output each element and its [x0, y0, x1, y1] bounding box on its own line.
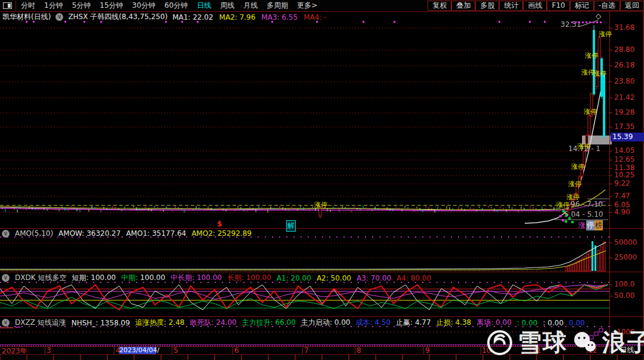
- amo-axis-label: 50000: [614, 238, 637, 247]
- signal-dot: [571, 21, 573, 23]
- toolbar-button-标记[interactable]: 标记: [570, 1, 594, 11]
- bottom-toolbar-cell[interactable]: [376, 354, 402, 360]
- signal-dot: [529, 21, 531, 23]
- menu-item-5分钟[interactable]: 5分钟: [72, 1, 91, 11]
- menu-item-周线[interactable]: 周线: [220, 1, 234, 11]
- collapse-icon[interactable]: ∨: [2, 274, 10, 282]
- menu-bar: 分时1分钟5分钟15分钟30分钟60分钟日线周线月线多周期更多> 复权叠加多股统…: [0, 0, 644, 12]
- signal-marker-money: $: [217, 220, 222, 228]
- bottom-toolbar-cell[interactable]: [107, 354, 134, 360]
- menu-item-60分钟[interactable]: 60分钟: [165, 1, 188, 11]
- signal-dot: [499, 21, 500, 23]
- indicator-value: DXZZ 短线追涨: [15, 318, 66, 328]
- signal-dot: [100, 21, 102, 23]
- toolbar-button--自选[interactable]: -自选: [594, 1, 620, 11]
- bottom-toolbar-cell[interactable]: [27, 354, 54, 360]
- menu-item-日线[interactable]: 日线: [197, 1, 211, 11]
- window-icon[interactable]: [3, 2, 12, 9]
- limit-up-label: 涨停: [581, 68, 595, 77]
- collapse-icon[interactable]: ∨: [2, 319, 10, 327]
- bottom-toolbar-cell[interactable]: [429, 354, 456, 360]
- indicator-value: 长期: 100.00: [227, 273, 271, 283]
- price-axis-label: 12.65: [614, 155, 634, 164]
- indicator-value: 中期: 100.00: [121, 273, 165, 283]
- indicator-value: AMO1: 35177.64: [126, 229, 186, 238]
- toolbar-button-返回[interactable]: 返回: [620, 1, 644, 11]
- month-label[interactable]: 8: [357, 346, 361, 355]
- badge-char: 涨: [578, 220, 586, 230]
- bottom-toolbar-cell[interactable]: [161, 354, 188, 360]
- signal-dot: [582, 21, 584, 23]
- toolbar-button-多股[interactable]: 多股: [475, 1, 499, 11]
- signal-dot: [600, 21, 602, 23]
- bottom-toolbar-cell[interactable]: [80, 354, 107, 360]
- indicator-value: AMOW: 36320.27: [58, 229, 120, 238]
- axis-separator: [233, 347, 233, 354]
- menu-item-月线[interactable]: 月线: [243, 1, 258, 11]
- limit-up-label: 涨停: [571, 162, 584, 171]
- month-label[interactable]: 7: [304, 346, 309, 355]
- indicator-value: AMO2: 25292.89: [191, 229, 252, 238]
- toolbar-button-统计[interactable]: 统计: [499, 1, 523, 11]
- menu-item-15分钟[interactable]: 15分钟: [100, 1, 123, 11]
- month-label[interactable]: 6: [234, 346, 239, 355]
- wechat-icon: [572, 331, 597, 355]
- period-menu: 分时1分钟5分钟15分钟30分钟60分钟日线周线月线多周期更多>: [16, 1, 317, 11]
- bottom-toolbar-cell[interactable]: [268, 354, 295, 360]
- ma-values: MA1: 22.02MA2: 7.96MA3: 6.55MA4: -: [172, 13, 326, 21]
- axis-separator: [481, 347, 481, 354]
- signal-dot: [575, 21, 577, 23]
- bottom-toolbar-cell[interactable]: [295, 354, 322, 360]
- month-label[interactable]: 3: [47, 346, 51, 355]
- menu-item-30分钟[interactable]: 30分钟: [132, 1, 156, 11]
- menu-item-更多>[interactable]: 更多>: [297, 1, 317, 11]
- toolbar-button-F10[interactable]: F10: [547, 1, 569, 11]
- menu-item-1分钟[interactable]: 1分钟: [44, 1, 63, 11]
- limit-up-board-badge[interactable]: 涨停榜: [578, 220, 603, 230]
- bottom-toolbar-cell[interactable]: [456, 354, 483, 360]
- diamond-icon: ◇: [596, 12, 601, 20]
- bottom-toolbar-cell[interactable]: [402, 354, 429, 360]
- amo-axis-label: 25000: [614, 253, 637, 261]
- signal-dot: [26, 21, 27, 23]
- amo-header: ∨AMO(5,10)AMOW: 36320.27AMO1: 35177.64AM…: [2, 229, 252, 238]
- price-axis-label: 9.22: [614, 179, 630, 187]
- toolbar-button-画线[interactable]: 画线: [523, 1, 547, 11]
- indicator-value: DXDK 短线多空: [15, 273, 66, 283]
- chevron-down-icon[interactable]: ∨: [55, 13, 63, 21]
- bottom-toolbar-cell[interactable]: [134, 354, 161, 360]
- indicator-value: AMO(5,10): [15, 229, 53, 238]
- toolbar-button-叠加[interactable]: 叠加: [451, 1, 475, 11]
- ma-value: MA3: 6.55: [261, 13, 298, 21]
- ma-value: MA4: -: [304, 13, 326, 21]
- month-label[interactable]: 4: [116, 346, 120, 355]
- dxdk-axis-label: 100.0: [614, 280, 634, 288]
- signal-dot: [64, 21, 66, 23]
- bottom-toolbar-cell[interactable]: [215, 354, 242, 360]
- signal-dot: [83, 21, 85, 23]
- toolbar-button-复权[interactable]: 复权: [428, 1, 451, 11]
- menu-item-多周期[interactable]: 多周期: [267, 1, 288, 11]
- bottom-toolbar-cell[interactable]: [188, 354, 215, 360]
- indicator-value: NHSH_: 1358.09: [72, 319, 130, 327]
- month-label[interactable]: 9: [425, 346, 430, 355]
- price-axis-label: 7.47: [614, 192, 630, 200]
- indicator-value: A4: 80.00: [397, 274, 431, 282]
- bottom-toolbar-cell[interactable]: [322, 354, 349, 360]
- limit-up-label: 涨停: [314, 201, 327, 210]
- bottom-toolbar-cell[interactable]: [242, 354, 268, 360]
- tdx-window: 分时1分钟5分钟15分钟30分钟60分钟日线周线月线多周期更多> 复权叠加多股统…: [0, 0, 644, 360]
- month-label[interactable]: 5: [174, 346, 178, 355]
- limit-up-label: 涨停: [599, 30, 612, 39]
- indicator-value: 止损: 4.38: [436, 318, 472, 328]
- signal-dot: [181, 21, 183, 23]
- collapse-icon[interactable]: ∨: [2, 230, 10, 238]
- chart-canvas: [0, 0, 644, 360]
- axis-separator: [423, 347, 424, 354]
- bottom-toolbar-cell[interactable]: [0, 354, 27, 360]
- bottom-toolbar-cell[interactable]: [54, 354, 80, 360]
- signal-dot: [589, 21, 591, 23]
- axis-separator: [172, 347, 172, 354]
- bottom-toolbar-cell[interactable]: [349, 354, 376, 360]
- menu-item-分时[interactable]: 分时: [21, 1, 35, 11]
